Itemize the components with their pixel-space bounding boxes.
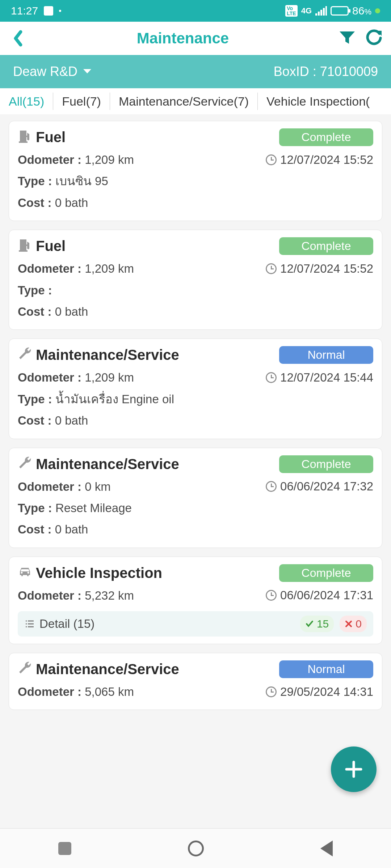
vehicle-name: Deaw R&D xyxy=(13,64,77,79)
wrench-icon xyxy=(18,346,32,364)
tab-fuel[interactable]: Fuel(7) xyxy=(53,93,110,110)
refresh-button[interactable] xyxy=(366,29,382,47)
record-datetime: 29/05/2024 14:31 xyxy=(266,685,373,699)
clock-icon xyxy=(266,590,277,601)
vehicle-selector-bar: Deaw R&D BoxID : 71010009 xyxy=(0,55,391,88)
nav-home-icon[interactable] xyxy=(188,841,204,856)
status-badge: Normal xyxy=(279,346,373,364)
battery-percent: 86% xyxy=(352,5,371,17)
status-bar: 11:27 VoLTE 4G 86% xyxy=(0,0,391,22)
record-card[interactable]: Vehicle Inspection Complete Odometer : 5… xyxy=(9,557,382,644)
record-datetime: 12/07/2024 15:44 xyxy=(266,371,373,384)
card-title: Fuel xyxy=(36,238,66,254)
add-button[interactable] xyxy=(331,746,377,792)
clock-icon xyxy=(266,686,277,697)
pass-count: 15 xyxy=(300,616,334,632)
tab-all[interactable]: All(15) xyxy=(0,93,53,110)
card-title: Maintenance/Service xyxy=(36,347,179,363)
nav-back-icon[interactable] xyxy=(320,841,333,856)
svg-rect-1 xyxy=(19,250,28,252)
fail-count: 0 xyxy=(340,616,367,632)
vehicle-dropdown[interactable]: Deaw R&D xyxy=(13,64,92,79)
nav-recent-icon[interactable] xyxy=(58,842,71,855)
card-title: Maintenance/Service xyxy=(36,456,179,472)
tab-inspection[interactable]: Vehicle Inspection( xyxy=(258,93,378,110)
record-card[interactable]: Maintenance/Service Normal Odometer : 1,… xyxy=(9,339,382,439)
car-icon xyxy=(18,564,32,582)
page-title: Maintenance xyxy=(27,30,339,47)
wrench-icon xyxy=(18,660,32,678)
wrench-icon xyxy=(18,455,32,473)
record-datetime: 12/07/2024 15:52 xyxy=(266,153,373,167)
status-badge: Complete xyxy=(279,128,373,146)
clock-icon xyxy=(266,263,277,274)
green-dot-icon xyxy=(375,8,380,13)
status-badge: Complete xyxy=(279,455,373,473)
network-4g-icon: 4G xyxy=(301,6,312,16)
record-datetime: 06/06/2024 17:31 xyxy=(266,588,373,602)
card-title: Maintenance/Service xyxy=(36,661,179,677)
clock-time: 11:27 xyxy=(11,5,38,17)
detail-bar[interactable]: Detail (15) 15 0 xyxy=(18,611,373,637)
plus-icon xyxy=(344,759,364,779)
clock-icon xyxy=(266,154,277,165)
app-bar: Maintenance xyxy=(0,22,391,55)
status-app-icon xyxy=(44,6,53,16)
record-datetime: 06/06/2024 17:32 xyxy=(266,480,373,493)
record-card[interactable]: Maintenance/Service Normal Odometer : 5,… xyxy=(9,653,382,710)
back-button[interactable] xyxy=(9,30,27,47)
list-icon xyxy=(24,618,35,629)
volte-icon: VoLTE xyxy=(285,5,297,17)
fuel-icon xyxy=(18,237,32,255)
record-card[interactable]: Fuel Complete Odometer : 1,209 km 12/07/… xyxy=(9,121,382,221)
status-dot-icon xyxy=(59,10,61,12)
card-title: Fuel xyxy=(36,129,66,145)
android-nav-bar xyxy=(0,828,391,868)
status-badge: Normal xyxy=(279,660,373,678)
record-card[interactable]: Maintenance/Service Complete Odometer : … xyxy=(9,448,382,548)
battery-icon xyxy=(331,6,349,16)
record-datetime: 12/07/2024 15:52 xyxy=(266,262,373,276)
filter-button[interactable] xyxy=(339,29,356,47)
clock-icon xyxy=(266,481,277,492)
filter-tabs: All(15) Fuel(7) Maintenance/Service(7) V… xyxy=(0,88,391,114)
status-badge: Complete xyxy=(279,237,373,255)
records-list[interactable]: Fuel Complete Odometer : 1,209 km 12/07/… xyxy=(0,114,391,716)
tab-maintenance[interactable]: Maintenance/Service(7) xyxy=(110,93,258,110)
clock-icon xyxy=(266,372,277,383)
fuel-icon xyxy=(18,128,32,146)
signal-icon xyxy=(315,6,327,16)
record-card[interactable]: Fuel Complete Odometer : 1,209 km 12/07/… xyxy=(9,230,382,330)
status-badge: Complete xyxy=(279,564,373,582)
chevron-down-icon xyxy=(83,68,92,75)
box-id: BoxID : 71010009 xyxy=(274,64,378,79)
card-title: Vehicle Inspection xyxy=(36,565,162,581)
svg-rect-0 xyxy=(19,141,28,143)
